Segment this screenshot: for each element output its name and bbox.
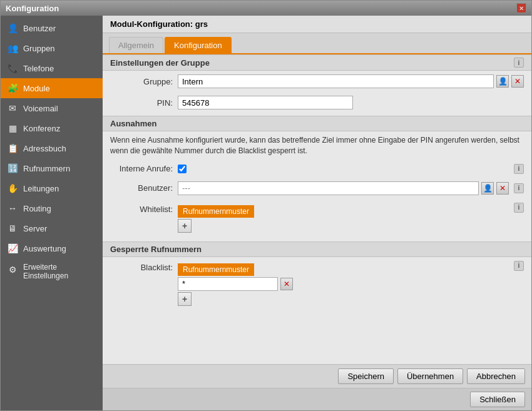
pin-row: PIN: [103,92,531,113]
sidebar-item-server[interactable]: 🖥 Server [1,218,103,238]
erweiterte-icon: ⚙ [7,264,18,275]
whitelist-label: Whitelist: [110,205,173,214]
sidebar-item-konferenz[interactable]: ▦ Konferenz [1,118,103,138]
voicemail-icon: ✉ [7,103,18,114]
sidebar-label-telefone: Telefone [23,64,54,73]
konferenz-icon: ▦ [7,123,18,134]
sidebar-item-erweiterte[interactable]: ⚙ Erweiterte Einstellungen [1,258,103,285]
sidebar-item-leitungen[interactable]: ✋ Leitungen [1,178,103,198]
benutzer-input[interactable] [178,182,478,195]
sidebar-label-module: Module [23,84,50,93]
sidebar-label-gruppen: Gruppen [23,44,55,53]
adressbuch-icon: 📋 [7,143,18,154]
telefone-icon: 📞 [7,63,18,74]
title-bar: Konfiguration ✕ [1,1,531,16]
sidebar-item-telefone[interactable]: 📞 Telefone [1,58,103,78]
tabs: Allgemein Konfiguration [103,33,531,53]
rufnummern-icon: 🔢 [7,163,18,174]
whitelist-tag: Rufnummernmuster [178,205,254,218]
tab-allgemein-label: Allgemein [118,41,154,50]
module-icon: 🧩 [7,83,18,94]
sidebar-item-voicemail[interactable]: ✉ Voicemail [1,98,103,118]
content-area: Modul-Konfiguration: grs Allgemein Konfi… [103,16,531,410]
ausnahmen-description: Wenn eine Ausnahme konfiguriert wurde, k… [103,131,531,160]
sidebar-label-server: Server [23,224,47,233]
interne-label: Interne Anrufe: [110,164,173,173]
auswertung-icon: 📈 [7,243,18,254]
interne-info-icon[interactable]: i [514,164,524,174]
config-panel: Einstellungen der Gruppe i Gruppe: 👤 ✕ [103,53,531,364]
blacklist-area: Rufnummernmuster ✕ + [178,261,293,308]
window-title: Konfiguration [6,4,59,13]
gruppe-user-icon[interactable]: 👤 [496,75,509,88]
sidebar-label-konferenz: Konferenz [23,124,60,133]
gruppe-row: Gruppe: 👤 ✕ [103,71,531,92]
ausnahmen-header: Ausnahmen [103,116,531,131]
benutzer-user-icon[interactable]: 👤 [481,182,494,195]
blacklist-info-icon[interactable]: i [514,261,524,271]
uebernehmen-button[interactable]: Übernehmen [397,368,463,384]
einstellungen-header: Einstellungen der Gruppe i [103,54,531,71]
benutzer-input-area: 👤 ✕ [178,181,509,195]
tab-allgemein[interactable]: Allgemein [109,37,163,53]
pin-label: PIN: [110,98,173,108]
sidebar-item-gruppen[interactable]: 👥 Gruppen [1,38,103,58]
tab-konfiguration[interactable]: Konfiguration [165,37,232,53]
blacklist-row: Blacklist: Rufnummernmuster ✕ + i [103,257,531,312]
leitungen-icon: ✋ [7,183,18,194]
ausnahmen-title: Ausnahmen [110,119,156,128]
sidebar-item-module[interactable]: 🧩 Module [1,78,103,98]
gruppe-label: Gruppe: [110,77,173,86]
close-button[interactable]: ✕ [516,3,526,13]
gruppen-icon: 👥 [7,43,18,54]
gesperrte-title: Gesperrte Rufnummern [110,245,202,254]
gesperrte-header: Gesperrte Rufnummern [103,241,531,257]
bottom-bar2: Schließen [103,388,531,410]
einstellungen-title: Einstellungen der Gruppe [110,58,210,68]
blacklist-add-button[interactable]: + [178,292,192,306]
einstellungen-info-icon[interactable]: i [514,58,524,68]
server-icon: 🖥 [7,223,18,234]
interne-row: Interne Anrufe: i [103,160,531,178]
whitelist-row: Whitelist: Rufnummernmuster + i [103,199,531,239]
gruppe-input[interactable] [178,75,493,88]
blacklist-input[interactable] [178,277,278,291]
interne-checkbox[interactable] [178,165,187,173]
sidebar-item-routing[interactable]: ↔ Routing [1,198,103,218]
pin-input[interactable] [178,96,353,109]
sidebar-label-erweiterte: Erweiterte Einstellungen [23,263,68,280]
benutzer-icon: 👤 [7,23,18,34]
sidebar-label-auswertung: Auswertung [23,244,66,253]
sidebar-item-rufnummern[interactable]: 🔢 Rufnummern [1,158,103,178]
bottom-bar: Speichern Übernehmen Abbrechen [103,364,531,388]
sidebar-item-auswertung[interactable]: 📈 Auswertung [1,238,103,258]
sidebar-label-voicemail: Voicemail [23,104,58,113]
blacklist-remove-icon[interactable]: ✕ [280,278,293,290]
sidebar-item-benutzer[interactable]: 👤 Benutzer [1,18,103,38]
sidebar: 👤 Benutzer 👥 Gruppen 📞 Telefone 🧩 Module… [1,16,103,410]
sidebar-item-adressbuch[interactable]: 📋 Adressbuch [1,138,103,158]
tab-konfiguration-label: Konfiguration [174,41,222,50]
blacklist-tag: Rufnummernmuster [178,263,254,276]
main-window: Konfiguration ✕ 👤 Benutzer 👥 Gruppen 📞 T… [0,0,532,411]
routing-icon: ↔ [7,203,18,214]
blacklist-tag-row: Rufnummernmuster [178,263,293,276]
whitelist-add-button[interactable]: + [178,219,192,233]
benutzer-info-icon[interactable]: i [514,183,524,193]
benutzer-clear-icon[interactable]: ✕ [496,182,509,195]
module-header: Modul-Konfiguration: grs [103,16,531,33]
benutzer-row: Benutzer: 👤 ✕ i [103,178,531,199]
gruppe-input-area: 👤 ✕ [178,74,524,88]
whitelist-info-icon[interactable]: i [514,203,524,213]
schliessen-button[interactable]: Schließen [470,392,525,407]
sidebar-label-benutzer: Benutzer [23,24,56,33]
blacklist-input-row: ✕ [178,277,293,291]
whitelist-tag-row: Rufnummernmuster [178,205,254,218]
abbrechen-button[interactable]: Abbrechen [467,368,525,384]
gruppe-clear-icon[interactable]: ✕ [511,75,524,88]
sidebar-label-leitungen: Leitungen [23,184,59,193]
sidebar-label-routing: Routing [23,204,51,213]
speichern-button[interactable]: Speichern [338,368,394,384]
module-header-text: Modul-Konfiguration: grs [110,19,208,29]
sidebar-label-adressbuch: Adressbuch [23,144,66,153]
